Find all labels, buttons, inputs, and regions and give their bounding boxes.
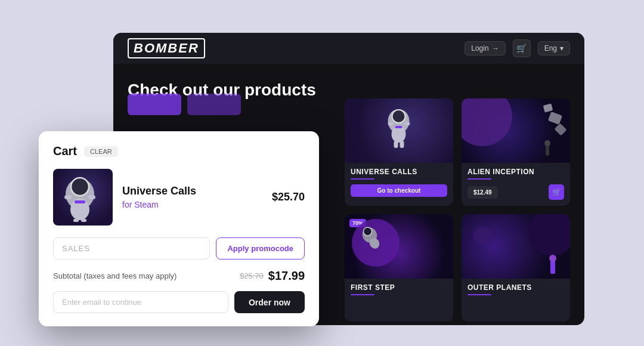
cart-panel: Cart CLEAR Universe Calls for Steam $25.… bbox=[39, 131, 319, 326]
astronaut-icon bbox=[380, 103, 419, 151]
card-name-first-step: FIRST STEP bbox=[351, 283, 447, 292]
lang-label: Eng bbox=[544, 44, 557, 52]
product-card-first-step[interactable]: 70% FIRST STEP bbox=[345, 214, 453, 322]
card-line bbox=[351, 178, 374, 180]
go-to-checkout-button[interactable]: Go to checkout bbox=[351, 184, 447, 197]
card-line-outer-planets bbox=[467, 294, 491, 295]
price-button-alien[interactable]: $12.49 bbox=[467, 186, 498, 199]
card-line-first-step bbox=[351, 294, 374, 295]
card-body-alien-inception: ALIEN INCEPTION $12.49 🛒 bbox=[462, 163, 570, 205]
cart-header: Cart CLEAR bbox=[53, 144, 305, 158]
product-card-outer-planets[interactable]: OUTER PLANETS bbox=[462, 214, 570, 322]
cart-title: Cart bbox=[53, 144, 77, 158]
order-now-button[interactable]: Order now bbox=[234, 291, 305, 313]
subtotal-row: Subtotal (taxes and fees may apply) $25.… bbox=[53, 269, 305, 283]
card-image-universe-calls bbox=[345, 98, 453, 163]
card-line-alien bbox=[467, 178, 491, 180]
cart-item-info: Universe Calls for Steam bbox=[122, 185, 262, 209]
card-body-outer-planets: OUTER PLANETS bbox=[462, 279, 570, 305]
cart-item-name: Universe Calls bbox=[122, 185, 262, 197]
card-name-outer-planets: OUTER PLANETS bbox=[467, 283, 564, 292]
cart-item: Universe Calls for Steam $25.70 bbox=[53, 169, 305, 225]
promo-code-input[interactable] bbox=[53, 237, 210, 260]
svg-rect-16 bbox=[73, 219, 79, 222]
subtotal-label: Subtotal (taxes and fees may apply) bbox=[53, 271, 177, 280]
header: BOMBER Login → 🛒 Eng ▾ bbox=[113, 33, 584, 64]
svg-rect-15 bbox=[88, 195, 95, 199]
apply-promo-button[interactable]: Apply promocode bbox=[216, 237, 305, 260]
cart-item-image bbox=[53, 169, 113, 225]
login-label: Login bbox=[471, 44, 488, 52]
subtotal-prices: $25.70 $17.99 bbox=[240, 269, 305, 283]
svg-rect-18 bbox=[75, 200, 85, 203]
svg-point-12 bbox=[71, 178, 89, 196]
falling-astronaut-icon bbox=[358, 223, 382, 256]
logo: BOMBER bbox=[128, 38, 205, 58]
svg-point-2 bbox=[392, 126, 406, 143]
cart-header-button[interactable]: 🛒 bbox=[513, 39, 531, 57]
cart-item-price: $25.70 bbox=[272, 191, 305, 203]
svg-rect-17 bbox=[81, 219, 86, 222]
login-icon: → bbox=[492, 44, 499, 52]
email-input[interactable] bbox=[53, 291, 228, 313]
card-action-universe-calls: Go to checkout bbox=[351, 184, 447, 197]
card-body-universe-calls: UNIVERSE CALLS Go to checkout bbox=[345, 163, 453, 202]
top-cards-strip bbox=[128, 94, 241, 115]
header-right: Login → 🛒 Eng ▾ bbox=[465, 39, 570, 57]
old-price: $25.70 bbox=[240, 271, 264, 280]
chevron-down-icon: ▾ bbox=[560, 44, 564, 52]
card-image-alien-inception bbox=[462, 98, 570, 163]
cart-item-astronaut-icon bbox=[53, 169, 107, 223]
svg-rect-5 bbox=[394, 141, 398, 148]
svg-rect-6 bbox=[400, 141, 404, 148]
lang-button[interactable]: Eng ▾ bbox=[538, 41, 570, 55]
card-name-alien-inception: ALIEN INCEPTION bbox=[467, 168, 564, 176]
svg-rect-7 bbox=[395, 126, 402, 128]
card-body-first-step: FIRST STEP bbox=[345, 279, 453, 305]
svg-rect-4 bbox=[405, 122, 410, 125]
product-card-universe-calls[interactable]: UNIVERSE CALLS Go to checkout bbox=[345, 98, 453, 206]
svg-rect-14 bbox=[64, 195, 72, 199]
product-card-alien-inception[interactable]: ALIEN INCEPTION $12.49 🛒 bbox=[462, 98, 570, 206]
clear-cart-button[interactable]: CLEAR bbox=[84, 146, 118, 157]
card-image-first-step: 70% bbox=[345, 214, 453, 279]
card-image-outer-planets bbox=[462, 214, 570, 279]
login-button[interactable]: Login → bbox=[465, 41, 505, 55]
promo-section: Apply promocode bbox=[53, 237, 305, 260]
new-price: $17.99 bbox=[268, 269, 305, 283]
order-section: Order now bbox=[53, 291, 305, 313]
card-name-universe-calls: UNIVERSE CALLS bbox=[351, 168, 447, 176]
add-to-cart-button-alien[interactable]: 🛒 bbox=[549, 184, 564, 200]
svg-point-1 bbox=[392, 110, 405, 123]
cart-item-platform: for Steam bbox=[122, 200, 262, 209]
svg-rect-3 bbox=[388, 122, 394, 125]
card-action-alien: $12.49 🛒 bbox=[467, 184, 564, 200]
product-grid: UNIVERSE CALLS Go to checkout bbox=[345, 98, 570, 322]
